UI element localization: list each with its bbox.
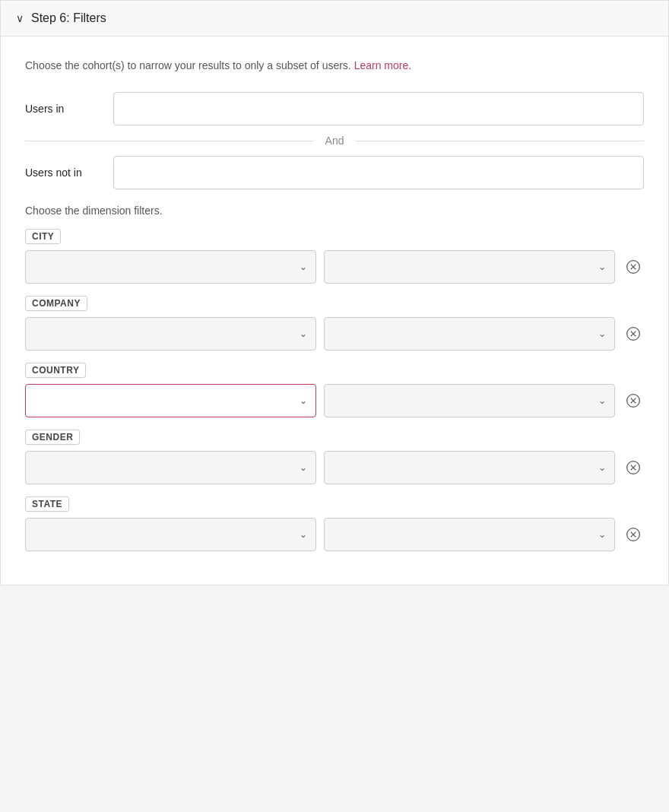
step-title: Step 6: Filters — [31, 11, 106, 25]
company-select-right[interactable] — [324, 317, 615, 350]
gender-select-right[interactable] — [324, 451, 615, 484]
users-in-input[interactable] — [113, 92, 644, 125]
city-select-left[interactable] — [25, 250, 316, 284]
dimension-section: Choose the dimension filters. CITY ⌄ — [25, 205, 644, 551]
state-select-left[interactable] — [25, 518, 316, 551]
state-select-right-wrapper[interactable]: ⌄ — [324, 518, 615, 551]
and-text: And — [313, 135, 357, 147]
filter-tag-state: STATE — [25, 496, 69, 512]
filter-group-state: STATE ⌄ ⌄ — [25, 496, 644, 551]
filter-row-city: ⌄ ⌄ — [25, 250, 644, 284]
company-remove-button[interactable] — [623, 323, 644, 344]
gender-select-left-wrapper[interactable]: ⌄ — [25, 451, 316, 484]
city-select-right-wrapper[interactable]: ⌄ — [324, 250, 615, 284]
state-select-left-wrapper[interactable]: ⌄ — [25, 518, 316, 551]
company-select-left-wrapper[interactable]: ⌄ — [25, 317, 316, 350]
chevron-icon: ∨ — [16, 12, 24, 24]
city-remove-button[interactable] — [623, 256, 644, 278]
filter-group-country: COUNTRY ⌄ ⌄ — [25, 363, 644, 417]
country-remove-button[interactable] — [623, 390, 644, 411]
filter-group-gender: GENDER ⌄ ⌄ — [25, 430, 644, 484]
country-select-right[interactable] — [324, 384, 615, 417]
and-divider: And — [25, 135, 644, 147]
filter-group-city: CITY ⌄ ⌄ — [25, 229, 644, 284]
step-content: Choose the cohort(s) to narrow your resu… — [1, 36, 668, 585]
users-in-row: Users in — [25, 92, 644, 125]
filter-tag-city: CITY — [25, 229, 61, 244]
gender-remove-button[interactable] — [623, 457, 644, 478]
filter-row-country: ⌄ ⌄ — [25, 384, 644, 417]
country-select-left-wrapper[interactable]: ⌄ — [25, 384, 316, 417]
learn-more-link[interactable]: Learn more. — [354, 59, 411, 71]
users-not-in-row: Users not in — [25, 156, 644, 189]
filter-row-state: ⌄ ⌄ — [25, 518, 644, 551]
users-in-label: Users in — [25, 103, 101, 115]
filter-row-gender: ⌄ ⌄ — [25, 451, 644, 484]
dimension-description: Choose the dimension filters. — [25, 205, 644, 217]
filter-tag-gender: GENDER — [25, 430, 80, 445]
gender-select-left[interactable] — [25, 451, 316, 484]
country-select-right-wrapper[interactable]: ⌄ — [324, 384, 615, 417]
company-select-left[interactable] — [25, 317, 316, 350]
state-select-right[interactable] — [324, 518, 615, 551]
company-select-right-wrapper[interactable]: ⌄ — [324, 317, 615, 350]
step-header: ∨ Step 6: Filters — [1, 1, 668, 36]
description-text: Choose the cohort(s) to narrow your resu… — [25, 58, 644, 74]
page-container: ∨ Step 6: Filters Choose the cohort(s) t… — [0, 0, 669, 585]
divider-line-right — [356, 141, 644, 141]
gender-select-right-wrapper[interactable]: ⌄ — [324, 451, 615, 484]
filter-row-company: ⌄ ⌄ — [25, 317, 644, 350]
users-not-in-input[interactable] — [113, 156, 644, 189]
filter-group-company: COMPANY ⌄ ⌄ — [25, 296, 644, 350]
city-select-right[interactable] — [324, 250, 615, 284]
country-select-left[interactable] — [25, 384, 316, 417]
city-select-left-wrapper[interactable]: ⌄ — [25, 250, 316, 284]
users-not-in-label: Users not in — [25, 167, 101, 179]
filter-tag-company: COMPANY — [25, 296, 87, 311]
state-remove-button[interactable] — [623, 524, 644, 545]
divider-line-left — [25, 141, 313, 141]
filter-tag-country: COUNTRY — [25, 363, 86, 378]
